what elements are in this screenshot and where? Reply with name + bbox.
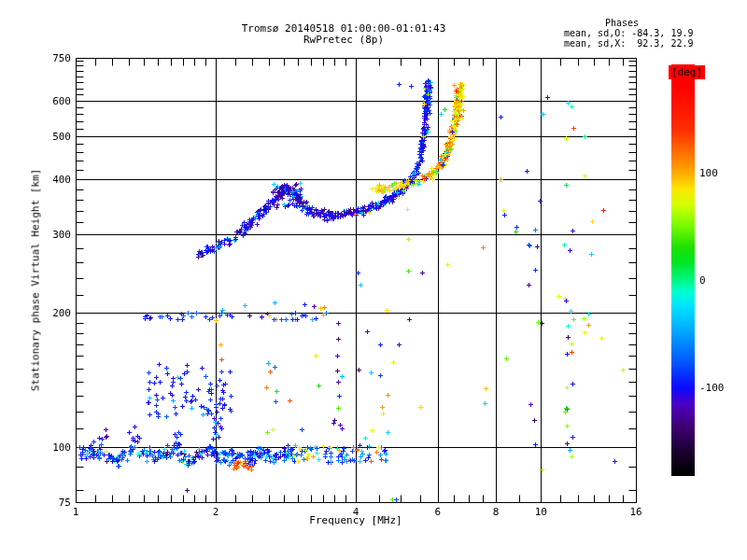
y-tick-label: 600 — [41, 96, 71, 106]
y-tick-label: 300 — [41, 230, 71, 240]
colorbar-tick-label: 100 — [699, 168, 718, 178]
colorbar-tick-label: 0 — [699, 275, 706, 286]
y-tick-label: 500 — [41, 132, 71, 142]
phase-stats-o-mode: mean, sd,O: -84.3, 19.9 — [564, 28, 693, 38]
colorbar-tick-label: -100 — [699, 383, 725, 393]
x-tick-label: 16 — [617, 507, 655, 517]
phase-stats-heading: Phases — [605, 18, 639, 28]
plot-subtitle: RwPretec (8p) — [303, 34, 384, 46]
x-tick-label: 2 — [197, 507, 234, 517]
phase-colorbar — [671, 64, 695, 476]
colorbar-title: [deg] — [669, 65, 705, 79]
x-tick-label: 4 — [337, 507, 374, 517]
ionogram-window: Tromsø 20140518 01:00:00-01:01:43 RwPret… — [0, 0, 747, 560]
phase-stats-x-mode: mean, sd,X: 92.3, 22.9 — [564, 38, 693, 49]
x-tick-label: 1 — [57, 507, 94, 517]
x-tick-label: 10 — [522, 507, 559, 517]
y-tick-label: 750 — [41, 53, 71, 63]
y-tick-label: 400 — [41, 175, 71, 185]
y-tick-label: 100 — [41, 442, 71, 453]
y-axis-title: Stationary phase Virtual Height [km] — [30, 169, 42, 391]
x-tick-label: 6 — [419, 507, 457, 517]
x-tick-label: 8 — [477, 507, 514, 517]
ionogram-plot-canvas — [0, 0, 747, 560]
y-tick-label: 200 — [41, 308, 71, 318]
